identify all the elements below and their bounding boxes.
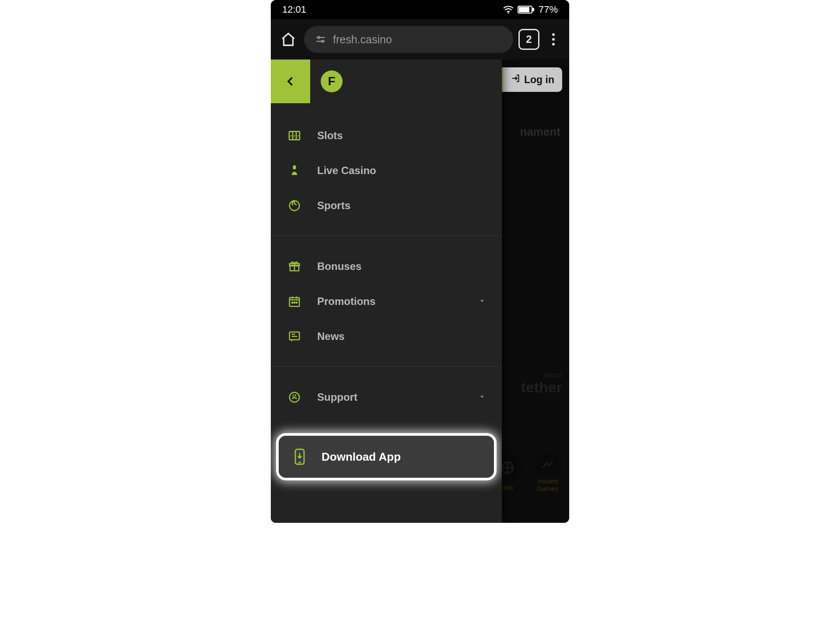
drawer-header: F	[271, 60, 502, 103]
browser-bar: fresh.casino 2	[271, 19, 569, 60]
bonuses-icon	[287, 259, 302, 274]
login-icon	[511, 74, 521, 86]
svg-rect-2	[519, 7, 529, 12]
back-button[interactable]	[271, 60, 310, 103]
menu-item-slots[interactable]: 7 7 7 Slots	[271, 118, 502, 153]
menu-label: Slots	[317, 130, 343, 142]
status-bar: 12:01 77%	[271, 0, 569, 19]
svg-rect-3	[532, 8, 534, 11]
tabs-button[interactable]: 2	[518, 29, 539, 50]
phone-frame: 12:01 77%	[271, 0, 569, 523]
battery-percent: 77%	[539, 4, 558, 15]
tabs-count: 2	[526, 33, 532, 46]
download-phone-icon	[291, 448, 308, 466]
menu-label: Sports	[317, 200, 350, 212]
menu-item-news[interactable]: News	[271, 319, 502, 354]
svg-point-24	[294, 302, 295, 303]
menu-item-bonuses[interactable]: Bonuses	[271, 249, 502, 284]
status-time: 12:01	[282, 4, 306, 15]
slots-icon: 7 7 7	[287, 128, 302, 144]
login-label: Log in	[524, 74, 554, 86]
page-area: nament ERC20 tether orts Instant Games	[271, 60, 569, 523]
site-settings-icon[interactable]	[315, 33, 327, 46]
support-icon: 24	[287, 389, 302, 405]
url-bar[interactable]: fresh.casino	[304, 26, 513, 53]
live-casino-icon	[287, 163, 302, 178]
menu-item-live-casino[interactable]: Live Casino	[271, 153, 502, 188]
drawer-menu: 7 7 7 Slots Live Casino	[271, 103, 502, 523]
download-label: Download App	[322, 450, 401, 464]
sports-icon	[287, 198, 302, 214]
menu-label: Promotions	[317, 295, 375, 308]
menu-item-support[interactable]: 24 Support	[271, 380, 502, 415]
svg-text:7: 7	[294, 134, 296, 138]
menu-label: News	[317, 330, 345, 343]
url-text: fresh.casino	[333, 33, 392, 46]
instant-games-icon	[534, 453, 562, 475]
tether-label: ERC20 tether	[521, 373, 562, 396]
wifi-icon	[503, 5, 514, 14]
login-button[interactable]: Log in	[503, 67, 562, 92]
side-drawer: F 7 7 7 Slots	[271, 60, 502, 523]
svg-text:7: 7	[297, 134, 299, 138]
menu-item-sports[interactable]: Sports	[271, 188, 502, 223]
battery-icon	[518, 5, 535, 14]
menu-label: Bonuses	[317, 260, 361, 273]
menu-section-games: 7 7 7 Slots Live Casino	[271, 118, 502, 236]
home-button[interactable]	[278, 29, 299, 50]
download-highlight: Download App	[276, 433, 497, 480]
svg-point-5	[318, 37, 320, 38]
svg-point-23	[292, 302, 293, 303]
menu-section-help: 24 Support	[271, 380, 502, 427]
chevron-down-icon	[478, 295, 486, 308]
menu-label: Live Casino	[317, 164, 376, 177]
more-icon	[552, 33, 555, 46]
download-app-button[interactable]: Download App	[279, 436, 494, 478]
status-right: 77%	[503, 4, 558, 15]
svg-point-25	[296, 302, 298, 303]
svg-text:7: 7	[290, 134, 292, 138]
menu-label: Support	[317, 391, 357, 403]
hero-fragment: nament	[520, 125, 560, 139]
browser-menu-button[interactable]	[545, 29, 562, 50]
promotions-icon	[287, 294, 302, 309]
news-icon	[287, 329, 302, 344]
svg-point-0	[508, 12, 509, 14]
brand-logo[interactable]: F	[321, 70, 343, 92]
menu-section-offers: Bonuses Promotions	[271, 249, 502, 367]
svg-point-7	[322, 40, 323, 42]
menu-item-promotions[interactable]: Promotions	[271, 284, 502, 319]
svg-text:24: 24	[292, 393, 297, 398]
chevron-down-icon	[478, 391, 486, 403]
